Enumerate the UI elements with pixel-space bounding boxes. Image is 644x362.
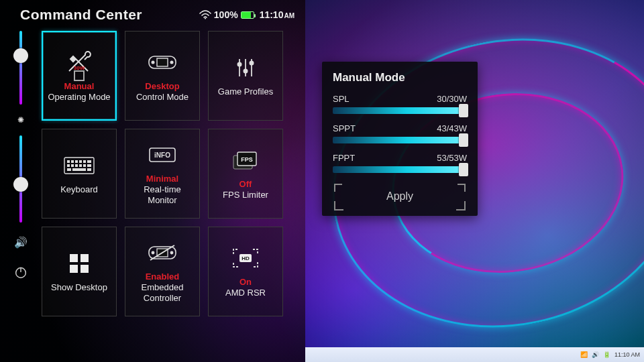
battery-icon: [241, 11, 254, 19]
svg-point-7: [170, 60, 174, 64]
tile-control-mode[interactable]: Desktop Control Mode: [125, 31, 200, 121]
svg-point-41: [152, 251, 155, 254]
manual-row-value: 30/30W: [437, 94, 467, 104]
svg-rect-24: [79, 164, 82, 167]
tile-state: Off: [239, 179, 252, 190]
page-title: Command Center: [20, 7, 142, 23]
svg-point-13: [250, 61, 253, 64]
svg-rect-16: [71, 160, 74, 163]
status-bar: 100% 11:10AM: [199, 9, 294, 20]
spl-slider[interactable]: [333, 107, 467, 114]
volume-slider[interactable]: [19, 135, 22, 223]
tray-clock: 11:10 AM: [614, 351, 640, 358]
volume-icon: 🔊: [14, 236, 28, 249]
windows-grid-icon: [68, 250, 91, 277]
svg-text:iNFO: iNFO: [154, 152, 170, 159]
svg-rect-22: [71, 164, 74, 167]
tile-state: Minimal: [146, 174, 178, 184]
tile-state: Enabled: [146, 272, 180, 282]
tile-amd-rsr[interactable]: HD On AMD RSR: [208, 227, 283, 316]
manual-mode-panel: Manual Mode SPL30/30W SPPT43/43W FPPT53/…: [322, 62, 478, 216]
fps-icon: FPS: [231, 147, 260, 174]
svg-point-42: [170, 251, 174, 254]
svg-rect-25: [83, 164, 86, 167]
manual-row-value: 43/43W: [437, 123, 467, 133]
svg-rect-19: [83, 160, 86, 163]
manual-row-name: FPPT: [333, 153, 355, 163]
tile-state: Desktop: [145, 81, 179, 92]
brightness-slider[interactable]: [19, 31, 22, 105]
brightness-icon: ✺: [17, 115, 24, 125]
sliders-icon: [234, 54, 257, 81]
tile-label: Real-time Monitor: [128, 184, 197, 206]
hd-focus-icon: HD: [231, 245, 260, 272]
tile-embedded-controller[interactable]: Enabled Embedded Controller: [125, 227, 200, 316]
svg-rect-18: [79, 160, 82, 163]
battery-percent: 100%: [214, 9, 238, 20]
manual-row-spl: SPL30/30W: [333, 94, 467, 114]
tile-game-profiles[interactable]: Game Profiles: [208, 31, 283, 121]
svg-text:30W: 30W: [74, 65, 85, 71]
power-button[interactable]: [13, 265, 28, 280]
svg-rect-28: [72, 168, 86, 171]
manual-row-name: SPPT: [333, 123, 356, 133]
tile-label: Embedded Controller: [128, 282, 197, 304]
tile-label: AMD RSR: [225, 288, 266, 298]
manual-row-name: SPL: [333, 94, 350, 104]
tile-label: Show Desktop: [51, 282, 107, 293]
svg-rect-27: [67, 168, 71, 171]
tile-fps-limiter[interactable]: FPS Off FPS Limiter: [208, 129, 283, 219]
svg-point-12: [244, 69, 247, 72]
svg-rect-36: [80, 254, 89, 262]
sppt-slider[interactable]: [333, 137, 467, 143]
manual-row-sppt: SPPT43/43W: [333, 123, 467, 143]
apply-label: Apply: [386, 190, 413, 202]
svg-rect-21: [67, 164, 70, 167]
handheld-icon: [146, 49, 178, 76]
tools-icon: 30W: [65, 49, 93, 76]
svg-rect-17: [75, 160, 78, 163]
svg-rect-15: [67, 160, 70, 163]
fppt-slider[interactable]: [333, 166, 467, 173]
tile-label: FPS Limiter: [223, 190, 268, 200]
svg-text:HD: HD: [241, 255, 250, 261]
windows-taskbar: 📶 🔊 🔋 11:10 AM: [305, 347, 644, 362]
manual-row-fppt: FPPT53/53W: [333, 153, 467, 173]
tray-wifi-icon: 📶: [580, 351, 588, 358]
wifi-icon: [199, 10, 211, 19]
command-center-panel: Command Center 100% 11:10AM ✺ 🔊: [0, 0, 305, 362]
info-badge-icon: iNFO: [149, 141, 176, 168]
tiles-grid: 30W Manual Operating Mode Desktop Contro…: [42, 27, 305, 362]
tile-state: On: [239, 277, 252, 288]
tray-battery-icon: 🔋: [603, 351, 610, 358]
tile-label: Game Profiles: [218, 86, 273, 97]
svg-rect-20: [87, 160, 91, 163]
svg-point-0: [205, 17, 206, 19]
keyboard-icon: [64, 152, 95, 179]
svg-rect-26: [87, 164, 91, 167]
tile-label: Control Mode: [136, 92, 189, 103]
svg-point-6: [152, 60, 155, 64]
clock: 11:10AM: [260, 9, 294, 20]
tile-show-desktop[interactable]: Show Desktop: [42, 227, 117, 316]
tile-keyboard[interactable]: Keyboard: [42, 129, 117, 219]
svg-rect-35: [70, 254, 78, 262]
svg-rect-38: [80, 265, 89, 273]
tray-volume-icon: 🔊: [592, 351, 599, 358]
svg-text:FPS: FPS: [241, 156, 253, 163]
side-rail: ✺ 🔊: [0, 27, 42, 362]
svg-rect-37: [70, 265, 78, 273]
handheld-disabled-icon: [146, 239, 178, 266]
tile-operating-mode[interactable]: 30W Manual Operating Mode: [42, 31, 117, 121]
svg-rect-5: [157, 58, 168, 66]
svg-point-11: [237, 62, 241, 66]
apply-button[interactable]: Apply: [333, 182, 467, 212]
tile-label: Operating Mode: [48, 92, 110, 103]
tile-realtime-monitor[interactable]: iNFO Minimal Real-time Monitor: [125, 129, 200, 219]
svg-rect-23: [75, 164, 78, 167]
manual-title: Manual Mode: [333, 71, 467, 84]
manual-row-value: 53/53W: [437, 153, 467, 163]
svg-rect-29: [87, 168, 91, 171]
tile-state: Manual: [64, 81, 95, 92]
tile-label: Keyboard: [60, 184, 98, 195]
